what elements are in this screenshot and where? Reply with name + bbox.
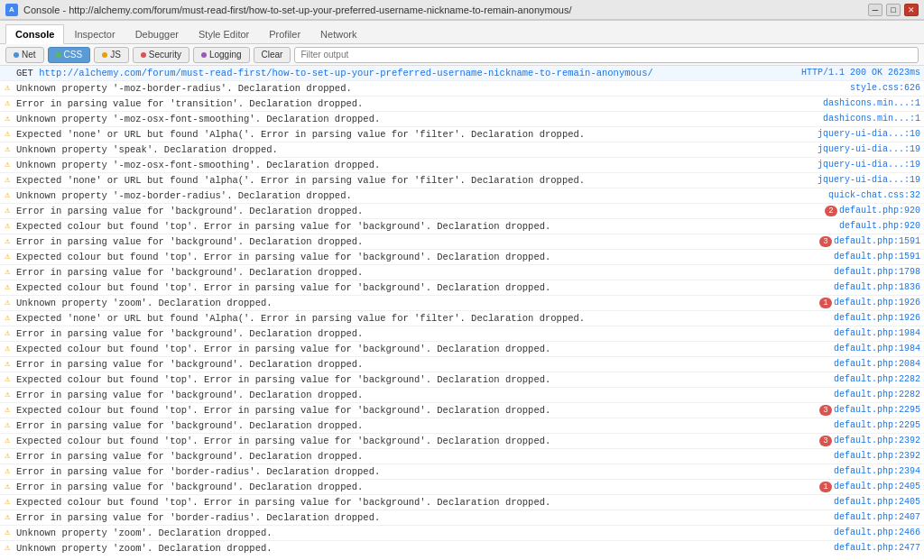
warn-icon: ⚠	[5, 389, 10, 401]
source-link[interactable]: dashicons.min...:1	[823, 98, 920, 108]
console-row: ⚠Expected colour but found 'top'. Error …	[0, 280, 924, 296]
filter-logging-button[interactable]: Logging	[193, 47, 250, 63]
source-link[interactable]: style.css:626	[850, 83, 920, 93]
js-dot	[102, 52, 107, 58]
filter-security-button[interactable]: Security	[133, 47, 189, 63]
tab-console[interactable]: Console	[5, 24, 64, 44]
row-message: Error in parsing value for 'border-radiu…	[14, 464, 807, 479]
warn-icon: ⚠	[5, 235, 10, 248]
favicon: A	[5, 4, 18, 16]
warn-icon: ⚠	[5, 404, 10, 417]
source-link[interactable]: HTTP/1.1 200 OK 2623ms	[801, 68, 920, 78]
row-source: 3default.php:1591	[807, 234, 924, 249]
js-label: JS	[110, 50, 121, 60]
row-icon: ⚠	[0, 541, 14, 553]
warn-icon: ⚠	[5, 343, 10, 355]
error-badge: 1	[819, 298, 832, 308]
tab-network[interactable]: Network	[310, 23, 366, 43]
console-row: ⚠Expected colour but found 'top'. Error …	[0, 372, 924, 388]
filter-net-button[interactable]: Net	[5, 47, 44, 63]
source-link[interactable]: default.php:1926	[834, 298, 920, 308]
source-link[interactable]: jquery-ui-dia...:19	[818, 144, 920, 154]
source-link[interactable]: default.php:920	[839, 206, 920, 216]
minimize-button[interactable]: ─	[868, 4, 882, 16]
tab-profiler[interactable]: Profiler	[259, 23, 310, 43]
row-message: Expected colour but found 'top'. Error i…	[14, 495, 807, 510]
row-source: default.php:2477	[807, 541, 924, 553]
clear-button[interactable]: Clear	[254, 47, 291, 63]
source-link[interactable]: dashicons.min...:1	[823, 114, 920, 124]
warn-icon: ⚠	[5, 511, 10, 524]
console-row: ⚠Error in parsing value for 'background'…	[0, 234, 924, 250]
warn-icon: ⚠	[5, 128, 10, 141]
source-link[interactable]: default.php:2394	[834, 466, 920, 476]
row-icon: ⚠	[0, 342, 14, 356]
row-message: Error in parsing value for 'background'.…	[14, 418, 807, 433]
net-dot	[14, 52, 19, 58]
source-link[interactable]: default.php:2477	[834, 543, 920, 553]
console-row: ⚠Expected colour but found 'top'. Error …	[0, 434, 924, 449]
row-message: Unknown property 'zoom'. Declaration dro…	[14, 526, 807, 540]
row-icon: ⚠	[0, 112, 14, 126]
source-link[interactable]: default.php:2282	[834, 390, 920, 399]
source-link[interactable]: default.php:2407	[834, 512, 920, 522]
source-link[interactable]: jquery-ui-dia...:19	[818, 160, 920, 170]
row-icon: ⚠	[0, 280, 14, 295]
title-bar: A Console - http://alchemy.com/forum/mus…	[0, 0, 924, 20]
warn-icon: ⚠	[5, 297, 10, 309]
row-source: jquery-ui-dia...:19	[807, 142, 924, 157]
close-button[interactable]: ✕	[904, 4, 919, 16]
source-link[interactable]: quick-chat.css:32	[828, 190, 920, 200]
tab-debugger[interactable]: Debugger	[125, 23, 189, 43]
maximize-button[interactable]: □	[886, 4, 901, 16]
filter-css-button[interactable]: CSS	[48, 47, 91, 63]
row-source: default.php:2405	[807, 495, 924, 510]
get-link[interactable]: http://alchemy.com/forum/must-read-first…	[39, 68, 653, 78]
tab-inspector[interactable]: Inspector	[64, 23, 125, 43]
source-link[interactable]: default.php:2295	[834, 405, 920, 415]
source-link[interactable]: default.php:2392	[834, 436, 920, 445]
logging-dot	[201, 52, 207, 58]
row-icon: ⚠	[0, 480, 14, 494]
source-link[interactable]: default.php:2392	[834, 451, 920, 461]
row-icon: ⚠	[0, 204, 14, 218]
warn-icon: ⚠	[5, 251, 10, 263]
row-message: Expected colour but found 'top'. Error i…	[14, 250, 807, 264]
source-link[interactable]: jquery-ui-dia...:19	[818, 175, 920, 185]
source-link[interactable]: default.php:2084	[834, 359, 920, 369]
row-source: dashicons.min...:1	[807, 96, 924, 111]
source-link[interactable]: default.php:1591	[834, 236, 920, 246]
source-link[interactable]: default.php:1836	[834, 282, 920, 292]
console-row: ⚠Unknown property '-moz-border-radius'. …	[0, 188, 924, 204]
warn-icon: ⚠	[5, 435, 10, 447]
console-row: ⚠Unknown property 'zoom'. Declaration dr…	[0, 541, 924, 553]
source-link[interactable]: default.php:1984	[834, 344, 920, 353]
source-link[interactable]: default.php:2295	[834, 420, 920, 430]
source-link[interactable]: default.php:920	[839, 221, 920, 231]
row-message: GET http://alchemy.com/forum/must-read-f…	[14, 66, 798, 80]
console-row: ⚠Unknown property '-moz-border-radius'. …	[0, 81, 924, 96]
row-source: jquery-ui-dia...:10	[807, 127, 924, 142]
source-link[interactable]: default.php:2282	[834, 374, 920, 384]
console-row: ⚠Expected 'none' or URL but found 'alpha…	[0, 173, 924, 188]
tab-style-editor[interactable]: Style Editor	[189, 23, 259, 43]
row-icon: ⚠	[0, 158, 14, 172]
source-link[interactable]: default.php:2466	[834, 528, 920, 537]
console-output[interactable]: GET http://alchemy.com/forum/must-read-f…	[0, 66, 924, 553]
row-message: Expected colour but found 'top'. Error i…	[14, 434, 807, 448]
source-link[interactable]: default.php:1798	[834, 267, 920, 277]
source-link[interactable]: default.php:1926	[834, 313, 920, 323]
source-link[interactable]: default.php:1591	[834, 252, 920, 262]
filter-input[interactable]	[294, 47, 919, 63]
source-link[interactable]: default.php:2405	[834, 497, 920, 507]
source-link[interactable]: default.php:2405	[834, 482, 920, 491]
source-link[interactable]: default.php:1984	[834, 328, 920, 338]
filter-js-button[interactable]: JS	[94, 47, 129, 63]
css-label: CSS	[64, 50, 83, 60]
row-source: default.php:920	[807, 219, 924, 234]
warn-icon: ⚠	[5, 419, 10, 432]
row-source: jquery-ui-dia...:19	[807, 158, 924, 172]
row-source: default.php:2392	[807, 449, 924, 464]
source-link[interactable]: jquery-ui-dia...:10	[818, 129, 920, 139]
row-source: default.php:2466	[807, 526, 924, 540]
